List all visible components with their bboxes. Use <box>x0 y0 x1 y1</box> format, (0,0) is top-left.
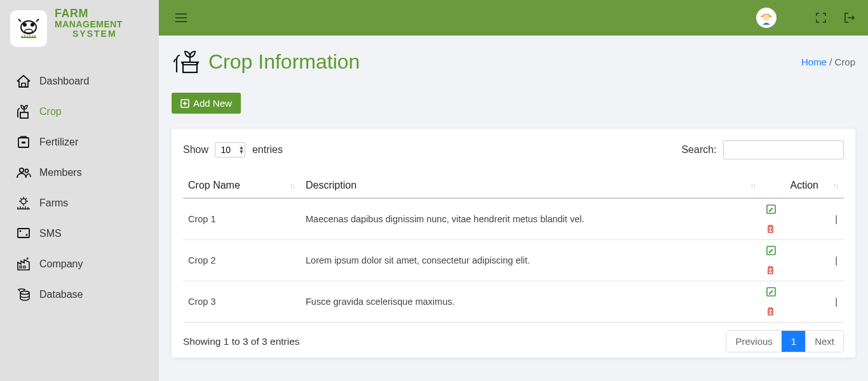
cell-desc: Maecenas dapibus dignissim nunc, vitae h… <box>301 198 761 240</box>
logout-icon[interactable] <box>844 13 858 23</box>
svg-rect-4 <box>20 112 28 118</box>
sidebar-item-crop[interactable]: Crop <box>0 97 159 127</box>
menu-toggle-icon[interactable] <box>175 13 189 22</box>
table-row: Crop 1 Maecenas dapibus dignissim nunc, … <box>183 198 844 240</box>
breadcrumb-sep: / <box>827 57 835 67</box>
sidebar-item-label: Company <box>39 258 83 270</box>
edit-icon[interactable] <box>766 204 839 214</box>
table-row: Crop 2 Lorem ipsum dolor sit amet, conse… <box>183 240 844 281</box>
page-prev[interactable]: Previous <box>726 331 781 352</box>
members-icon <box>14 166 33 180</box>
page-title: Crop Information <box>208 50 360 74</box>
svg-rect-13 <box>20 266 22 268</box>
database-icon <box>14 287 33 302</box>
sidebar-item-label: Database <box>39 289 83 300</box>
svg-point-17 <box>763 15 770 21</box>
sidebar-item-sms[interactable]: SMS <box>0 218 159 249</box>
crop-title-icon <box>172 48 201 75</box>
cell-action: | <box>761 198 844 240</box>
sidebar-item-members[interactable]: Members <box>0 157 159 188</box>
delete-icon[interactable] <box>766 265 839 275</box>
sidebar-item-dashboard[interactable]: Dashboard <box>0 66 159 97</box>
sidebar-item-farms[interactable]: Farms <box>0 188 159 218</box>
cell-name: Crop 1 <box>183 198 301 240</box>
sidebar-item-fertilizer[interactable]: Fertilizer <box>0 127 159 157</box>
search-input[interactable] <box>723 140 844 159</box>
svg-point-15 <box>20 291 29 295</box>
search-control: Search: <box>681 140 844 159</box>
cell-desc: Fusce gravida scelerisque maximus. <box>301 281 761 323</box>
add-new-button[interactable]: Add New <box>172 93 241 114</box>
page-next[interactable]: Next <box>805 331 843 352</box>
svg-rect-6 <box>22 142 25 144</box>
fullscreen-icon[interactable] <box>816 13 830 23</box>
svg-point-9 <box>21 199 26 204</box>
breadcrumb: Home / Crop <box>801 57 855 67</box>
show-label: Show <box>183 144 208 155</box>
page-title-wrap: Crop Information <box>172 48 360 75</box>
entries-select[interactable]: 10 <box>215 142 245 157</box>
col-action[interactable]: Action ↑↓ <box>761 173 844 198</box>
delete-icon[interactable] <box>766 224 839 234</box>
farms-icon <box>14 196 33 210</box>
page-header: Crop Information Home / Crop <box>172 48 855 75</box>
plus-icon <box>180 99 189 108</box>
content-area: Crop Information Home / Crop Add New Sho… <box>159 36 868 381</box>
cow-icon <box>16 16 41 41</box>
sidebar-item-label: Dashboard <box>39 76 89 87</box>
sidebar-item-label: Members <box>39 167 82 178</box>
sidebar-item-label: Farms <box>39 197 68 209</box>
brand-logo <box>10 10 47 47</box>
delete-icon[interactable] <box>766 307 839 316</box>
fertilizer-icon <box>14 135 33 150</box>
sidebar-item-company[interactable]: Company <box>0 249 159 279</box>
cell-name: Crop 2 <box>183 240 301 281</box>
sidebar-item-label: SMS <box>39 228 62 239</box>
col-label: Crop Name <box>188 180 240 190</box>
search-label: Search: <box>681 144 716 155</box>
edit-icon[interactable] <box>766 246 839 255</box>
svg-rect-14 <box>24 266 25 268</box>
entries-control: Show 10 ▲▼ entries <box>183 142 283 157</box>
table-info: Showing 1 to 3 of 3 entries <box>183 336 300 347</box>
cell-desc: Lorem ipsum dolor sit amet, consectetur … <box>301 240 761 281</box>
sidebar-nav: Dashboard Crop Fertilizer Members Farms <box>0 47 159 310</box>
add-new-label: Add New <box>193 98 232 109</box>
sidebar-item-database[interactable]: Database <box>0 279 159 310</box>
cell-name: Crop 3 <box>183 281 301 323</box>
col-label: Action <box>790 180 818 190</box>
table-row: Crop 3 Fusce gravida scelerisque maximus… <box>183 281 844 323</box>
svg-point-11 <box>20 231 22 232</box>
data-card: Show 10 ▲▼ entries Search: Crop Name <box>172 129 855 358</box>
sep: | <box>835 214 837 224</box>
home-icon <box>14 74 33 89</box>
company-icon <box>14 257 33 272</box>
col-description[interactable]: Description ↑↓ <box>301 173 761 198</box>
user-avatar[interactable] <box>756 8 776 28</box>
edit-icon[interactable] <box>766 287 839 297</box>
sort-icon: ↑↓ <box>290 182 294 189</box>
col-crop-name[interactable]: Crop Name ↑↓ <box>183 173 301 198</box>
sms-icon <box>14 227 33 241</box>
crop-table: Crop Name ↑↓ Description ↑↓ Action ↑↓ Cr… <box>183 173 844 323</box>
cell-action: | <box>761 240 844 281</box>
sep: | <box>835 255 837 265</box>
sidebar-item-label: Crop <box>39 106 62 117</box>
page-1[interactable]: 1 <box>782 331 805 352</box>
brand-line3: SYSTEM <box>72 29 123 39</box>
table-footer: Showing 1 to 3 of 3 entries Previous 1 N… <box>183 330 844 352</box>
svg-point-8 <box>25 169 28 172</box>
entries-label: entries <box>252 144 283 155</box>
plant-icon <box>14 104 33 120</box>
sidebar-item-label: Fertilizer <box>39 137 78 148</box>
cell-action: | <box>761 281 844 323</box>
svg-point-1 <box>23 23 27 27</box>
sidebar: FARM MANAGEMENT SYSTEM Dashboard Crop Fe… <box>0 0 159 381</box>
breadcrumb-current: Crop <box>834 57 855 67</box>
breadcrumb-home[interactable]: Home <box>801 57 827 67</box>
svg-point-2 <box>31 23 34 27</box>
sep: | <box>835 297 837 307</box>
svg-point-0 <box>21 21 36 34</box>
sort-icon: ↑↓ <box>833 182 837 189</box>
brand-line1: FARM <box>55 8 123 20</box>
